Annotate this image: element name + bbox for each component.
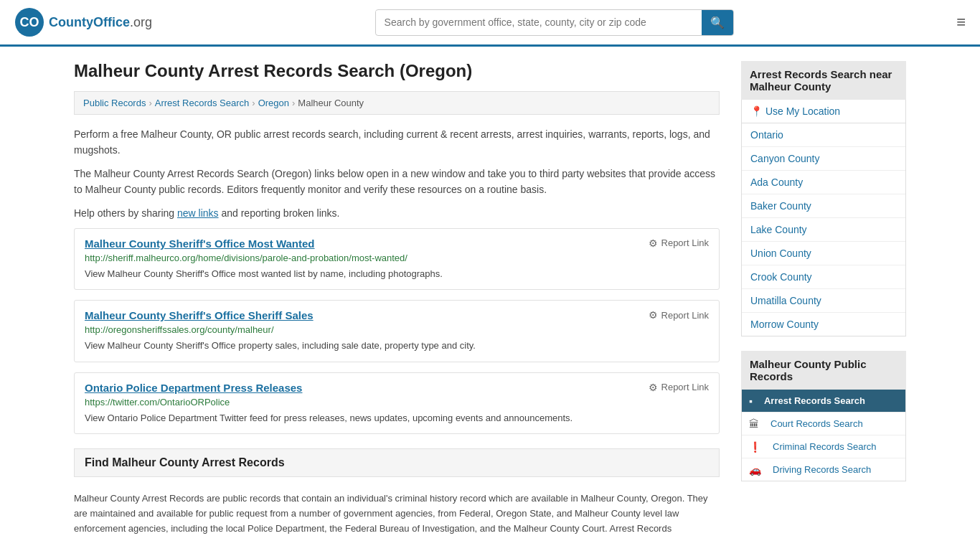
report-label-1: Report Link [661,310,709,321]
hamburger-menu-icon[interactable]: ≡ [956,13,966,32]
nearby-item-6[interactable]: Crook County [742,265,905,289]
link-desc-1: View Malheur County Sheriff's Office pro… [85,339,709,353]
find-section-desc: Malheur County Arrest Records are public… [74,484,720,543]
link-cards: Malheur County Sheriff's Office Most Wan… [74,228,720,435]
nearby-item-2[interactable]: Ada County [742,171,905,194]
link-url-1[interactable]: http://oregonsheriffssales.org/county/ma… [85,324,709,335]
pub-record-link-0[interactable]: Arrest Records Search [757,390,905,412]
public-records-section: Malheur County Public Records ▪ Arrest R… [741,351,906,481]
pub-record-item-3[interactable]: 🚗 Driving Records Search [742,458,905,481]
nearby-item-4[interactable]: Lake County [742,218,905,242]
link-title-0[interactable]: Malheur County Sheriff's Office Most Wan… [85,237,315,250]
nearby-link-7[interactable]: Umatilla County [742,289,905,312]
report-icon-1: ⚙ [649,309,658,321]
new-links-link[interactable]: new links [177,207,219,219]
breadcrumb-arrest-records[interactable]: Arrest Records Search [155,98,250,108]
report-link-1[interactable]: ⚙ Report Link [649,309,709,321]
link-card-2: Ontario Police Department Press Releases… [74,372,720,435]
link-card-header-1: Malheur County Sheriff's Office Sheriff … [85,309,709,321]
intro-description-3: Help others by sharing new links and rep… [74,205,720,221]
nearby-links-list: OntarioCanyon CountyAda CountyBaker Coun… [741,123,906,336]
breadcrumb: Public Records › Arrest Records Search ›… [74,91,720,115]
page-title: Malheur County Arrest Records Search (Or… [74,61,720,81]
pub-record-link-3[interactable]: Driving Records Search [765,458,905,481]
nearby-item-7[interactable]: Umatilla County [742,289,905,313]
nearby-link-2[interactable]: Ada County [742,171,905,194]
search-input[interactable] [376,11,702,34]
logo-area: CO CountyOffice.org [14,7,152,37]
nearby-item-5[interactable]: Union County [742,242,905,265]
link-card-1: Malheur County Sheriff's Office Sheriff … [74,300,720,362]
breadcrumb-sep-1: › [149,98,151,108]
use-location-item[interactable]: Use My Location [742,100,905,123]
header: CO CountyOffice.org 🔍 ≡ [0,0,980,47]
use-location-link[interactable]: Use My Location [742,100,905,123]
breadcrumb-sep-2: › [252,98,255,108]
pub-record-item-0[interactable]: ▪ Arrest Records Search [742,390,905,413]
nearby-link-5[interactable]: Union County [742,242,905,265]
nearby-link-8[interactable]: Morrow County [742,313,905,336]
report-link-2[interactable]: ⚙ Report Link [649,382,709,393]
link-desc-0: View Malheur County Sheriff's Office mos… [85,267,709,281]
pub-record-link-2[interactable]: Criminal Records Search [765,435,905,458]
link-url-0[interactable]: http://sheriff.malheurco.org/home/divisi… [85,253,709,263]
breadcrumb-current: Malheur County [298,98,364,108]
find-section-title: Find Malheur County Arrest Records [85,456,709,469]
nearby-item-1[interactable]: Canyon County [742,147,905,171]
desc3-suffix: and reporting broken links. [219,207,340,219]
link-card-header-0: Malheur County Sheriff's Office Most Wan… [85,237,709,250]
nearby-section: Arrest Records Search near Malheur Count… [741,61,906,336]
report-icon-2: ⚙ [649,382,658,393]
nearby-item-0[interactable]: Ontario [742,123,905,147]
intro-description-1: Perform a free Malheur County, OR public… [74,126,720,159]
nearby-link-0[interactable]: Ontario [742,123,905,146]
link-url-2[interactable]: https://twitter.com/OntarioORPolice [85,397,709,408]
intro-description-2: The Malheur County Arrest Records Search… [74,166,720,198]
desc3-prefix: Help others by sharing [74,207,177,219]
nearby-link-3[interactable]: Baker County [742,194,905,217]
report-link-0[interactable]: ⚙ Report Link [649,237,709,249]
public-records-header: Malheur County Public Records [741,351,906,390]
sidebar: Arrest Records Search near Malheur Count… [741,61,906,544]
breadcrumb-sep-3: › [292,98,295,108]
search-icon: 🔍 [710,17,725,29]
link-title-2[interactable]: Ontario Police Department Press Releases [85,382,302,394]
logo-text: CountyOffice.org [49,15,152,30]
breadcrumb-oregon[interactable]: Oregon [258,98,289,108]
svg-text:CO: CO [20,15,39,29]
find-section-header: Find Malheur County Arrest Records [74,448,720,477]
search-bar: 🔍 [375,9,734,36]
logo-icon: CO [14,7,44,37]
report-icon-0: ⚙ [649,237,658,249]
nearby-header: Arrest Records Search near Malheur Count… [741,61,906,100]
link-desc-2: View Ontario Police Department Twitter f… [85,411,709,425]
pub-record-icon-0: ▪ [742,395,757,407]
link-title-1[interactable]: Malheur County Sheriff's Office Sheriff … [85,309,314,321]
content-area: Malheur County Arrest Records Search (Or… [74,61,720,544]
link-card-0: Malheur County Sheriff's Office Most Wan… [74,228,720,291]
report-label-2: Report Link [661,382,709,392]
nearby-list: Use My Location [741,100,906,123]
main-layout: Malheur County Arrest Records Search (Or… [60,47,920,551]
pub-record-item-2[interactable]: ❗ Criminal Records Search [742,435,905,458]
search-button[interactable]: 🔍 [702,10,733,35]
pub-record-icon-1: 🏛 [742,418,763,430]
nearby-link-6[interactable]: Crook County [742,265,905,288]
nearby-item-8[interactable]: Morrow County [742,313,905,336]
pub-record-icon-3: 🚗 [742,464,765,476]
breadcrumb-public-records[interactable]: Public Records [83,98,146,108]
pub-records-list: ▪ Arrest Records Search 🏛 Court Records … [741,390,906,481]
pub-record-item-1[interactable]: 🏛 Court Records Search [742,413,905,435]
link-card-header-2: Ontario Police Department Press Releases… [85,382,709,394]
report-label-0: Report Link [661,237,709,248]
pub-record-link-1[interactable]: Court Records Search [763,413,905,435]
nearby-item-3[interactable]: Baker County [742,194,905,218]
pub-record-icon-2: ❗ [742,441,765,453]
nearby-link-4[interactable]: Lake County [742,218,905,241]
nearby-link-1[interactable]: Canyon County [742,147,905,170]
